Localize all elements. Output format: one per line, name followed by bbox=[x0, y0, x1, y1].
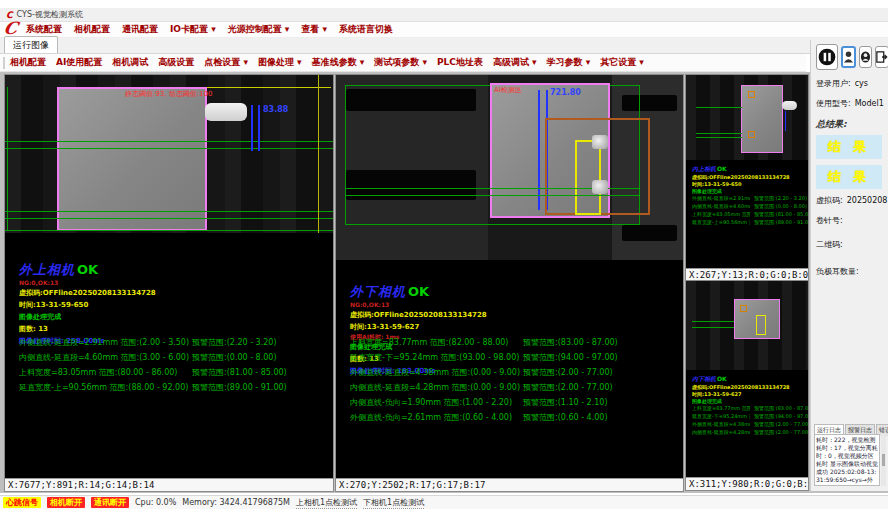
tool-image-processing[interactable]: 图像处理 ▾ bbox=[258, 56, 302, 69]
measure-line bbox=[5, 148, 333, 149]
menu-view[interactable]: 查看 ▾ bbox=[301, 23, 327, 36]
pin-number-label: 卷针号: bbox=[816, 215, 885, 226]
exit-button[interactable] bbox=[875, 46, 888, 68]
upper-camera-spot-check-link[interactable]: 上相机1点检测试 bbox=[296, 497, 357, 509]
memory-usage-text: Memory: 3424.41796875M bbox=[182, 498, 290, 507]
menu-io-card-config[interactable]: IO卡配置 ▾ bbox=[170, 23, 216, 36]
measurement-row: 外侧直线-延直段=4.38mm 范围:(0.00 - 9.00)预警范围:(2.… bbox=[350, 367, 681, 382]
model-value: Model1 bbox=[855, 99, 884, 108]
tab-connector bbox=[782, 101, 797, 110]
tool-spot-check-settings[interactable]: 点检设置 ▾ bbox=[204, 56, 248, 69]
measurement-row: 延直宽度-上=90.56mm 范围:(88.00 - 92.00)预警范围:(8… bbox=[692, 219, 802, 227]
measurement-row: 内侧直线-延直段=4.28mm 范围:(0.00 - 9.00)预警范围:(2.… bbox=[350, 382, 681, 397]
caliper-line bbox=[785, 111, 786, 131]
application-window: C CYS-视觉检测系统 C 系统配置 相机配置 通讯配置 IO卡配置 ▾ 光源… bbox=[0, 0, 888, 522]
tab-run-image[interactable]: 运行图像 bbox=[4, 36, 58, 53]
toolbar-grip bbox=[3, 57, 5, 69]
tool-baseline-params[interactable]: 基准线参数 ▾ bbox=[312, 56, 365, 69]
detect-rect bbox=[575, 140, 601, 215]
measurement-warn-text: 预警范围:(0.00 - 8.00) bbox=[192, 352, 277, 363]
measurement-row: 上料宽度=83.77mm 范围:(82.00 - 88.00)预警范围:(83.… bbox=[350, 337, 681, 352]
brand-logo-icon: C bbox=[2, 18, 20, 38]
camera-view-inner-bottom[interactable]: 内下相机OK 虚拟码:OFFline20250208133134728 时间:1… bbox=[686, 281, 808, 490]
measurement-row: 延直宽度-下=95.24mm 范围:(93.00 - 98.00)预警范围:(9… bbox=[350, 352, 681, 367]
camera-title: 内上相机OK bbox=[692, 165, 802, 174]
pixel-coordinate-readout: X:7677;Y:891;R:14;G:14;B:14 bbox=[5, 478, 333, 491]
frame-count-line: 图数: 13 bbox=[19, 323, 156, 335]
measurement-row: 上料宽度=83.05mm 范围:(80.00 - 86.00)预警范围:(81.… bbox=[692, 211, 802, 219]
process-done-line: 图像处理完成 bbox=[692, 398, 802, 405]
measure-line bbox=[696, 107, 742, 108]
menu-language-switch[interactable]: 系统语言切换 bbox=[339, 23, 393, 36]
measurement-row: 外侧直线-延直段=4.38mm 范围:(0.00 - 9.00)预警范围:(2.… bbox=[692, 421, 802, 429]
measurement-warn-text: 预警范围:(83.00 - 87.00) bbox=[523, 337, 618, 348]
pixel-coordinate-readout: X:270;Y:2502;R:17;G:17;B:17 bbox=[336, 478, 683, 491]
menu-bar: C 系统配置 相机配置 通讯配置 IO卡配置 ▾ 光源控制配置 ▾ 查看 ▾ 系… bbox=[0, 22, 888, 38]
login-user-value: cys bbox=[855, 79, 868, 88]
measurement-text: 延直宽度-下=95.24mm 范围:(93.00 - 98.00) bbox=[350, 352, 520, 363]
process-done-line: 图像处理完成 bbox=[19, 311, 156, 323]
measurement-warn-text: 预警范围:(2.20 - 3.20) bbox=[192, 337, 277, 348]
measurement-text: 延直宽度-上=90.56mm 范围:(88.00 - 92.00) bbox=[19, 382, 189, 393]
lower-camera-spot-check-link[interactable]: 下相机1点检测试 bbox=[363, 497, 424, 509]
measurement-row: 外侧直线-延直段=2.91mm 范围:(2.00 - 3.50)预警范围:(2.… bbox=[692, 195, 802, 203]
measurement-warn-text: 预警范围:(89.00 - 91.00) bbox=[192, 382, 287, 393]
measure-line bbox=[696, 133, 742, 134]
roi-line bbox=[205, 87, 331, 88]
measurement-row: 内侧直线-延直段=4.60mm 范围:(3.00 - 6.00)预警范围:(0.… bbox=[19, 352, 331, 367]
threshold-label: 静态阈值:93, 动态阈值:100 bbox=[125, 89, 212, 99]
measurement-list: 外侧直线-延直段=2.91mm 范围:(2.00 - 3.50)预警范围:(2.… bbox=[19, 337, 331, 397]
camera-image-outer-top: 83.88 静态阈值:93, 动态阈值:100 bbox=[5, 75, 333, 233]
measurement-list: 上料宽度=83.77mm 范围:(82.00 - 88.00)预警范围:(83.… bbox=[350, 337, 681, 427]
camera-view-inner-top[interactable]: 内上相机OK 虚拟码:OFFline20250208133134728 时间:1… bbox=[686, 75, 808, 281]
tool-advanced-debug[interactable]: 高级调试 ▾ bbox=[493, 56, 537, 69]
barcode-line: 虚拟码:OFFline20250208133134728 bbox=[692, 384, 802, 391]
measurement-warn-text: 预警范围:(1.10 - 2.10) bbox=[523, 397, 608, 408]
tool-learning-params[interactable]: 学习参数 ▾ bbox=[547, 56, 591, 69]
caliper-line bbox=[258, 105, 260, 151]
measurement-row: 内侧直线-延直段=4.60mm 范围:(3.00 - 6.00)预警范围:(0.… bbox=[692, 203, 802, 211]
operator-button[interactable] bbox=[859, 46, 872, 68]
measure-line bbox=[5, 211, 333, 212]
measurement-row: 外侧直线-负向=2.61mm 范围:(0.60 - 4.00)预警范围:(0.6… bbox=[350, 412, 681, 427]
log-scrollbar[interactable] bbox=[881, 434, 886, 486]
menu-system-config[interactable]: 系统配置 bbox=[26, 23, 62, 36]
log-text-area[interactable]: 耗时：222，视觉检测耗时：17，视觉分离耗时：0，视觉视频分区耗时 显示图像联… bbox=[814, 434, 880, 486]
measure-value-label: 721.80 bbox=[550, 88, 581, 97]
measure-line bbox=[696, 137, 742, 138]
tool-test-item-params[interactable]: 测试项参数 ▾ bbox=[374, 56, 427, 69]
machine-slot bbox=[622, 225, 677, 241]
tool-ai-usage-config[interactable]: AI使用配置 bbox=[56, 56, 102, 69]
camera-view-outer-top[interactable]: 83.88 静态阈值:93, 动态阈值:100 外上相机OK NG:0,OK:1… bbox=[5, 75, 333, 491]
log-scrollbar-thumb[interactable] bbox=[882, 454, 885, 466]
pause-icon bbox=[817, 47, 837, 67]
menu-comm-config[interactable]: 通讯配置 bbox=[122, 23, 158, 36]
time-line: 时间:13-31-59-627 bbox=[350, 321, 487, 333]
time-line: 时间:13-31-59-650 bbox=[692, 181, 802, 188]
measure-line bbox=[5, 230, 333, 231]
pixel-coordinate-readout: X:311;Y:980;R:0;G:0;B:0 bbox=[686, 477, 808, 490]
tool-camera-config[interactable]: 相机配置 bbox=[10, 56, 46, 69]
result-ok-label: OK bbox=[717, 165, 727, 172]
menu-light-control-config[interactable]: 光源控制配置 ▾ bbox=[228, 23, 290, 36]
tool-plc-address-table[interactable]: PLC地址表 bbox=[437, 56, 483, 69]
user-login-button[interactable] bbox=[841, 46, 856, 68]
measure-line bbox=[5, 218, 333, 219]
result-box-top: 结 果 bbox=[816, 135, 882, 159]
tool-camera-debug[interactable]: 相机调试 bbox=[112, 56, 148, 69]
camera-image-inner-bottom bbox=[686, 281, 808, 370]
camera-view-outer-bottom[interactable]: AI检测区 721.80 外下相机OK NG:0,OK:13 虚拟码:OFFli… bbox=[336, 75, 683, 491]
result-ok-label: OK bbox=[717, 375, 727, 382]
menu-camera-config[interactable]: 相机配置 bbox=[74, 23, 110, 36]
time-line: 时间:13-31-59-650 bbox=[19, 299, 156, 311]
measurement-row: 延直宽度-下=95.24mm 范围:(93.00 - 98.00)预警范围:(9… bbox=[692, 413, 802, 421]
measurement-row: 上料宽度=83.77mm 范围:(82.00 - 88.00)预警范围:(83.… bbox=[692, 405, 802, 413]
tool-advanced-settings[interactable]: 高级设置 bbox=[158, 56, 194, 69]
measurement-row: 上料宽度=83.05mm 范围:(80.00 - 86.00)预警范围:(81.… bbox=[19, 367, 331, 382]
pause-button[interactable] bbox=[816, 44, 838, 70]
ng-ok-counter: NG:0,OK:13 bbox=[19, 279, 156, 287]
right-panel: 登录用户:cys 使用型号:Model1 总结果: 结 果 结 果 虚拟码:20… bbox=[810, 40, 888, 491]
tool-other-settings[interactable]: 其它设置 ▾ bbox=[600, 56, 644, 69]
result-ok-label: OK bbox=[408, 284, 429, 299]
caliper-line bbox=[538, 90, 540, 210]
